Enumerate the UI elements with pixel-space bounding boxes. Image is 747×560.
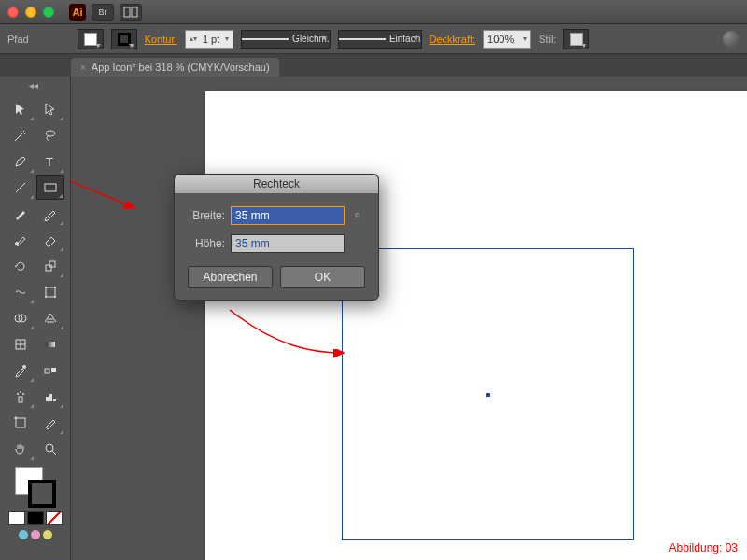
ok-button[interactable]: OK xyxy=(280,266,365,288)
selection-tool[interactable] xyxy=(7,97,35,121)
svg-point-26 xyxy=(22,393,24,395)
app-logo-icon: Ai xyxy=(69,4,86,21)
screen-mode-1[interactable] xyxy=(19,530,28,539)
magic-wand-tool[interactable] xyxy=(7,123,35,147)
svg-rect-19 xyxy=(46,342,55,347)
svg-rect-30 xyxy=(16,418,25,427)
document-tab-bar: × App Icon* bei 318 % (CMYK/Vorschau) xyxy=(0,54,747,77)
svg-rect-1 xyxy=(132,7,137,17)
graphic-style-swatch[interactable] xyxy=(563,29,589,49)
bridge-button[interactable]: Br xyxy=(92,4,114,21)
svg-point-11 xyxy=(54,287,56,288)
svg-rect-7 xyxy=(46,265,51,271)
hand-tool[interactable] xyxy=(7,437,35,461)
stroke-weight-field[interactable]: ▴▾ 1 pt ▾ xyxy=(185,30,233,49)
arrange-documents-button[interactable] xyxy=(120,4,142,21)
svg-point-24 xyxy=(17,393,19,395)
scale-tool[interactable] xyxy=(36,254,64,278)
pencil-tool[interactable] xyxy=(36,202,64,226)
opacity-label[interactable]: Deckkraft: xyxy=(430,34,476,45)
svg-point-20 xyxy=(22,365,26,369)
screen-mode-2[interactable] xyxy=(31,530,40,539)
width-tool[interactable] xyxy=(7,280,35,304)
svg-point-13 xyxy=(54,296,56,298)
free-transform-tool[interactable] xyxy=(36,280,64,304)
document-tab-title: App Icon* bei 318 % (CMYK/Vorschau) xyxy=(92,62,270,73)
artboard-tool[interactable] xyxy=(7,411,35,435)
shape-builder-tool[interactable] xyxy=(7,306,35,330)
brush-definition-dropdown[interactable]: Einfach xyxy=(338,30,422,49)
color-mode-gradient[interactable] xyxy=(27,511,44,525)
cancel-button[interactable]: Abbrechen xyxy=(188,266,273,288)
rectangle-tool[interactable] xyxy=(36,175,64,200)
document-tab[interactable]: × App Icon* bei 318 % (CMYK/Vorschau) xyxy=(71,58,279,77)
stroke-swatch[interactable] xyxy=(111,29,137,49)
variable-width-profile-dropdown[interactable]: Gleichm. xyxy=(241,30,330,49)
width-input[interactable]: 35 mm xyxy=(231,206,345,225)
minimize-window-icon[interactable] xyxy=(25,7,36,18)
svg-point-33 xyxy=(46,444,53,452)
blend-tool[interactable] xyxy=(36,358,64,383)
direct-selection-tool[interactable] xyxy=(36,97,64,121)
color-mode-none[interactable] xyxy=(46,511,63,525)
color-mode-solid[interactable] xyxy=(8,511,25,525)
screen-mode-3[interactable] xyxy=(43,530,52,539)
close-tab-icon[interactable]: × xyxy=(80,63,86,73)
perspective-grid-tool[interactable] xyxy=(36,306,64,330)
dialog-title: Rechteck xyxy=(175,175,378,193)
symbol-sprayer-tool[interactable] xyxy=(7,385,35,409)
width-label: Breite: xyxy=(188,209,225,222)
main-area: ◂◂ T xyxy=(0,77,747,560)
window-titlebar: Ai Br xyxy=(0,0,747,24)
svg-rect-9 xyxy=(46,287,55,297)
stroke-label[interactable]: Kontur: xyxy=(145,34,177,45)
fill-swatch[interactable] xyxy=(78,29,104,49)
screen-mode-row xyxy=(19,530,52,539)
pen-tool[interactable] xyxy=(7,149,35,174)
svg-line-35 xyxy=(71,177,133,207)
svg-rect-23 xyxy=(19,397,22,402)
height-input[interactable]: 35 mm xyxy=(231,234,345,253)
constrain-proportions-icon[interactable]: ⚬ xyxy=(350,208,365,223)
document-setup-icon[interactable] xyxy=(723,31,740,48)
tools-panel: ◂◂ T xyxy=(0,77,71,560)
fill-stroke-swatches[interactable] xyxy=(15,467,56,508)
window-controls xyxy=(7,7,54,18)
svg-rect-5 xyxy=(45,184,56,191)
blob-brush-tool[interactable] xyxy=(7,228,35,252)
svg-point-10 xyxy=(45,287,47,288)
gradient-tool[interactable] xyxy=(36,332,64,357)
zoom-tool[interactable] xyxy=(36,437,64,461)
paintbrush-tool[interactable] xyxy=(7,202,35,226)
svg-rect-21 xyxy=(45,369,49,373)
svg-point-2 xyxy=(46,131,55,136)
line-segment-tool[interactable] xyxy=(7,175,35,200)
svg-point-25 xyxy=(20,391,21,393)
slice-tool[interactable] xyxy=(36,411,64,435)
canvas-area[interactable]: Abbildung: 03 Rechteck Breite: 35 mm ⚬ H… xyxy=(71,77,747,560)
height-label: Höhe: xyxy=(188,237,225,250)
svg-point-12 xyxy=(45,296,47,298)
rotate-tool[interactable] xyxy=(7,254,35,278)
stroke-weight-value: 1 pt xyxy=(203,34,219,45)
svg-text:T: T xyxy=(46,155,53,169)
svg-line-4 xyxy=(16,183,25,192)
zoom-window-icon[interactable] xyxy=(43,7,54,18)
svg-rect-22 xyxy=(51,368,56,372)
svg-rect-8 xyxy=(49,261,55,267)
type-tool[interactable]: T xyxy=(36,149,64,174)
opacity-field[interactable]: 100%▾ xyxy=(483,30,531,49)
svg-rect-27 xyxy=(46,397,49,401)
selection-type-label: Pfad xyxy=(7,34,29,45)
svg-point-6 xyxy=(15,242,19,245)
mesh-tool[interactable] xyxy=(7,332,35,357)
svg-rect-28 xyxy=(49,394,52,401)
eraser-tool[interactable] xyxy=(36,228,64,252)
lasso-tool[interactable] xyxy=(36,123,64,147)
close-window-icon[interactable] xyxy=(7,7,19,18)
eyedropper-tool[interactable] xyxy=(7,358,35,383)
column-graph-tool[interactable] xyxy=(36,385,64,409)
color-mode-row xyxy=(8,511,63,525)
panel-collapse-icon[interactable]: ◂◂ xyxy=(29,80,42,93)
stroke-color-swatch[interactable] xyxy=(28,480,56,508)
